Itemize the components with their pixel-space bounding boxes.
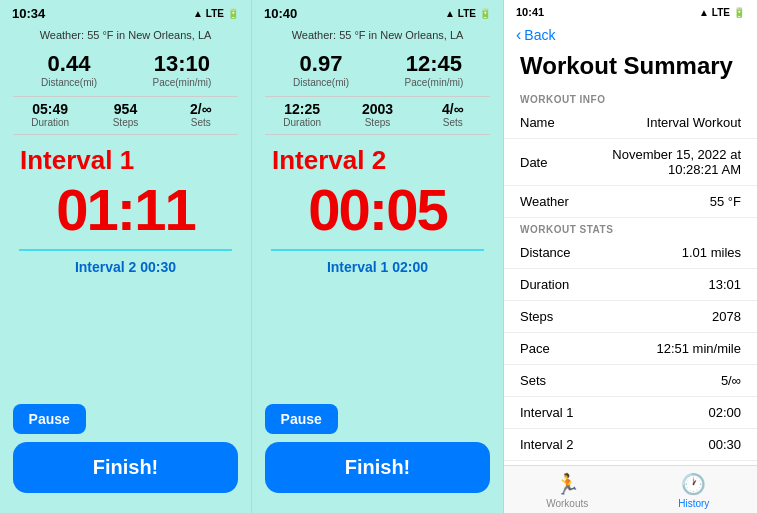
finish-button-1[interactable]: Finish!	[13, 442, 239, 493]
stat-row-duration: Duration 13:01	[504, 269, 757, 301]
history-label: History	[678, 498, 709, 509]
info-value-weather: 55 °F	[710, 194, 741, 209]
summary-title: Workout Summary	[504, 48, 757, 88]
steps-label-1: Steps	[88, 117, 163, 128]
back-label: Back	[524, 27, 555, 43]
distance-value-2: 0.97	[265, 51, 378, 77]
info-row-name: Name Interval Workout	[504, 107, 757, 139]
finish-button-2[interactable]: Finish!	[265, 442, 491, 493]
time-1: 10:34	[12, 6, 45, 21]
sets-stat-1: 2/∞ Sets	[163, 101, 238, 128]
tab-workouts[interactable]: 🏃 Workouts	[504, 472, 631, 509]
duration-val-1: 05:49	[13, 101, 88, 117]
summary-panel: 10:41 ▲ LTE 🔋 ‹ Back Workout Summary WOR…	[504, 0, 757, 513]
interval-name-2: Interval 2	[252, 145, 386, 176]
main-stats-1: 0.44 Distance(mi) 13:10 Pace(min/mi)	[13, 49, 239, 97]
sets-label-2: Sets	[415, 117, 490, 128]
info-value-name: Interval Workout	[647, 115, 741, 130]
sub-stats-1: 05:49 Duration 954 Steps 2/∞ Sets	[13, 101, 239, 135]
stat-label-distance: Distance	[520, 245, 571, 260]
pause-button-2[interactable]: Pause	[265, 404, 338, 434]
main-stats-2: 0.97 Distance(mi) 12:45 Pace(min/mi)	[265, 49, 491, 97]
status-bar-1: 10:34 ▲ LTE 🔋	[0, 0, 251, 25]
pace-block-1: 13:10 Pace(min/mi)	[125, 49, 238, 90]
stat-value-sets: 5/∞	[721, 373, 741, 388]
stat-row-steps: Steps 2078	[504, 301, 757, 333]
stat-row-sets: Sets 5/∞	[504, 365, 757, 397]
duration-label-2: Duration	[265, 117, 340, 128]
stat-value-pace: 12:51 min/mile	[656, 341, 741, 356]
summary-time: 10:41	[516, 6, 544, 18]
status-icons-1: ▲ LTE 🔋	[193, 8, 239, 19]
back-chevron-icon: ‹	[516, 26, 521, 44]
signal-icon: ▲	[193, 8, 203, 19]
phone-screen-2: 10:40 ▲ LTE 🔋 Weather: 55 °F in New Orle…	[252, 0, 504, 513]
summary-status-icons: ▲ LTE 🔋	[699, 7, 745, 18]
bottom-buttons-2: Pause Finish!	[265, 404, 491, 493]
distance-label-1: Distance(mi)	[13, 77, 126, 88]
summary-lte: LTE	[712, 7, 730, 18]
stat-row-pace: Pace 12:51 min/mile	[504, 333, 757, 365]
stat-label-sets: Sets	[520, 373, 546, 388]
tab-history[interactable]: 🕐 History	[631, 472, 758, 509]
lte-badge: LTE	[206, 8, 224, 19]
workout-stats-header: WORKOUT STATS	[504, 218, 757, 237]
pace-value-1: 13:10	[125, 51, 238, 77]
pause-button-1[interactable]: Pause	[13, 404, 86, 434]
distance-block-1: 0.44 Distance(mi)	[13, 49, 126, 90]
stat-value-distance: 1.01 miles	[682, 245, 741, 260]
stat-value-steps: 2078	[712, 309, 741, 324]
weather-1: Weather: 55 °F in New Orleans, LA	[40, 29, 212, 41]
info-label-weather: Weather	[520, 194, 569, 209]
signal-icon-2: ▲	[445, 8, 455, 19]
sub-stats-2: 12:25 Duration 2003 Steps 4/∞ Sets	[265, 101, 491, 135]
interval-timer-2: 00:05	[308, 176, 446, 243]
bottom-buttons-1: Pause Finish!	[13, 404, 239, 493]
summary-scroll[interactable]: WORKOUT INFO Name Interval Workout Date …	[504, 88, 757, 465]
workouts-label: Workouts	[546, 498, 588, 509]
summary-signal-icon: ▲	[699, 7, 709, 18]
steps-label-2: Steps	[340, 117, 415, 128]
interval-name-1: Interval 1	[0, 145, 134, 176]
stat-label-interval2: Interval 2	[520, 437, 573, 452]
distance-value-1: 0.44	[13, 51, 126, 77]
stat-label-duration: Duration	[520, 277, 569, 292]
next-interval-1: Interval 2 00:30	[75, 259, 176, 275]
info-row-weather: Weather 55 °F	[504, 186, 757, 218]
back-button[interactable]: ‹ Back	[504, 22, 757, 48]
history-icon: 🕐	[681, 472, 706, 496]
interval-timer-1: 01:11	[56, 176, 194, 243]
info-row-date: Date November 15, 2022 at 10:28:21 AM	[504, 139, 757, 186]
pace-label-2: Pace(min/mi)	[377, 77, 490, 88]
steps-stat-2: 2003 Steps	[340, 101, 415, 128]
weather-2: Weather: 55 °F in New Orleans, LA	[292, 29, 464, 41]
stat-label-interval1: Interval 1	[520, 405, 573, 420]
steps-val-2: 2003	[340, 101, 415, 117]
summary-status-bar: 10:41 ▲ LTE 🔋	[504, 0, 757, 22]
phone-screen-1: 10:34 ▲ LTE 🔋 Weather: 55 °F in New Orle…	[0, 0, 252, 513]
tab-bar: 🏃 Workouts 🕐 History	[504, 465, 757, 513]
stat-value-duration: 13:01	[708, 277, 741, 292]
duration-stat-1: 05:49 Duration	[13, 101, 88, 128]
pace-block-2: 12:45 Pace(min/mi)	[377, 49, 490, 90]
pace-label-1: Pace(min/mi)	[125, 77, 238, 88]
stat-row-interval2: Interval 2 00:30	[504, 429, 757, 461]
battery-icon-2: 🔋	[479, 8, 491, 19]
time-2: 10:40	[264, 6, 297, 21]
lte-badge-2: LTE	[458, 8, 476, 19]
pace-value-2: 12:45	[377, 51, 490, 77]
info-label-date: Date	[520, 155, 547, 170]
distance-label-2: Distance(mi)	[265, 77, 378, 88]
battery-icon: 🔋	[227, 8, 239, 19]
stat-row-interval1: Interval 1 02:00	[504, 397, 757, 429]
sets-label-1: Sets	[163, 117, 238, 128]
distance-block-2: 0.97 Distance(mi)	[265, 49, 378, 90]
divider-2	[271, 249, 484, 251]
info-label-name: Name	[520, 115, 555, 130]
duration-val-2: 12:25	[265, 101, 340, 117]
info-value-date: November 15, 2022 at 10:28:21 AM	[561, 147, 741, 177]
stat-row-distance: Distance 1.01 miles	[504, 237, 757, 269]
sets-val-2: 4/∞	[415, 101, 490, 117]
stat-label-steps: Steps	[520, 309, 553, 324]
sets-stat-2: 4/∞ Sets	[415, 101, 490, 128]
